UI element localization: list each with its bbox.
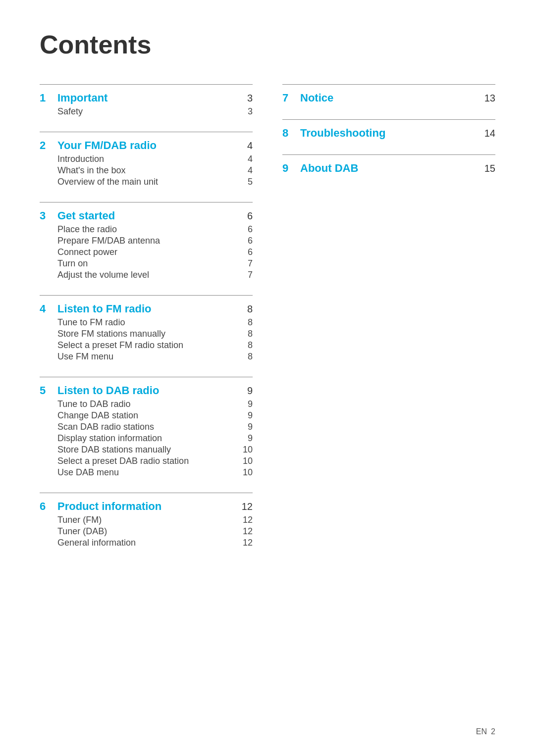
left-column: 1Important3Safety32Your FM/DAB radio4Int… [40,84,253,563]
footer-lang: EN [476,727,487,736]
section-page: 4 [233,140,253,151]
sub-item-page: 7 [233,258,253,269]
section-header: 4Listen to FM radio8 [40,302,253,315]
sub-item-page: 3 [233,106,253,117]
list-item: Overview of the main unit5 [57,177,253,187]
sub-item-text: Change DAB station [57,410,233,421]
content-layout: 1Important3Safety32Your FM/DAB radio4Int… [40,84,495,563]
list-item: Introduction4 [57,154,253,164]
sub-item-text: Tuner (FM) [57,515,233,525]
page: Contents 1Important3Safety32Your FM/DAB … [0,0,535,756]
section-page: 8 [233,303,253,315]
sub-item-text: Safety [57,106,233,117]
toc-section: 9About DAB15 [282,154,495,175]
sub-item-text: General information [57,538,233,548]
sub-item-text: Prepare FM/DAB antenna [57,236,233,246]
list-item: What's in the box4 [57,165,253,176]
section-divider [40,493,253,493]
list-item: Store DAB stations manually10 [57,445,253,455]
sub-item-page: 12 [233,515,253,525]
sub-item-text: Select a preset FM radio station [57,340,233,351]
section-page: 9 [233,385,253,397]
sub-item-text: Scan DAB radio stations [57,422,233,432]
list-item: Tune to FM radio8 [57,317,253,328]
sub-item-text: Store FM stations manually [57,329,233,339]
section-number: 4 [40,302,57,315]
sub-item-page: 9 [233,399,253,409]
sub-item-text: What's in the box [57,165,233,176]
section-header: 8Troubleshooting14 [282,127,495,140]
sub-item-text: Display station information [57,433,233,444]
sub-item-text: Introduction [57,154,233,164]
sub-item-text: Place the radio [57,224,233,235]
sub-item-text: Adjust the volume level [57,270,233,280]
list-item: Tuner (FM)12 [57,515,253,525]
toc-section: 3Get started6Place the radio6Prepare FM/… [40,202,253,280]
section-page: 14 [476,128,495,139]
sub-item-text: Tune to FM radio [57,317,233,328]
page-footer: EN 2 [476,727,495,736]
list-item: Adjust the volume level7 [57,270,253,280]
section-header: 3Get started6 [40,209,253,222]
section-page: 6 [233,210,253,222]
section-page: 13 [476,93,495,104]
sub-item-text: Select a preset DAB radio station [57,456,233,466]
section-divider [40,132,253,132]
section-divider [40,377,253,377]
sub-items: Tuner (FM)12Tuner (DAB)12General informa… [40,515,253,548]
list-item: Prepare FM/DAB antenna6 [57,236,253,246]
sub-item-page: 4 [233,154,253,164]
section-page: 12 [233,501,253,512]
sub-item-page: 10 [233,445,253,455]
sub-item-page: 8 [233,317,253,328]
section-number: 7 [282,92,300,104]
list-item: Scan DAB radio stations9 [57,422,253,432]
sub-item-page: 6 [233,224,253,235]
sub-items: Tune to FM radio8Store FM stations manua… [40,317,253,362]
sub-item-page: 4 [233,165,253,176]
section-number: 6 [40,500,57,513]
section-divider [40,84,253,85]
right-column: 7Notice138Troubleshooting149About DAB15 [282,84,495,563]
sub-item-text: Tune to DAB radio [57,399,233,409]
sub-items: Place the radio6Prepare FM/DAB antenna6C… [40,224,253,280]
sub-items: Tune to DAB radio9Change DAB station9Sca… [40,399,253,478]
sub-item-text: Tuner (DAB) [57,526,233,537]
section-title: Listen to FM radio [57,302,233,315]
sub-item-text: Turn on [57,258,233,269]
list-item: Store FM stations manually8 [57,329,253,339]
section-header: 7Notice13 [282,92,495,104]
list-item: Tune to DAB radio9 [57,399,253,409]
sub-item-page: 9 [233,422,253,432]
sub-item-page: 10 [233,467,253,478]
sub-item-text: Store DAB stations manually [57,445,233,455]
section-divider [40,202,253,202]
section-divider [40,295,253,296]
sub-item-text: Use FM menu [57,352,233,362]
toc-section: 4Listen to FM radio8Tune to FM radio8Sto… [40,295,253,362]
section-header: 5Listen to DAB radio9 [40,384,253,397]
sub-item-page: 8 [233,329,253,339]
list-item: Place the radio6 [57,224,253,235]
sub-item-page: 12 [233,526,253,537]
section-title: Product information [57,500,233,513]
sub-item-page: 6 [233,236,253,246]
section-title: Troubleshooting [300,127,476,140]
section-page: 15 [476,163,495,174]
list-item: General information12 [57,538,253,548]
section-title: Important [57,92,233,104]
list-item: Display station information9 [57,433,253,444]
list-item: Select a preset DAB radio station10 [57,456,253,466]
section-title: Notice [300,92,476,104]
section-header: 1Important3 [40,92,253,104]
list-item: Connect power6 [57,247,253,257]
sub-items: Introduction4What's in the box4Overview … [40,154,253,187]
list-item: Use DAB menu10 [57,467,253,478]
section-title: Listen to DAB radio [57,384,233,397]
section-divider [282,84,495,85]
list-item: Select a preset FM radio station8 [57,340,253,351]
list-item: Turn on7 [57,258,253,269]
sub-item-text: Connect power [57,247,233,257]
list-item: Use FM menu8 [57,352,253,362]
toc-section: 5Listen to DAB radio9Tune to DAB radio9C… [40,377,253,478]
